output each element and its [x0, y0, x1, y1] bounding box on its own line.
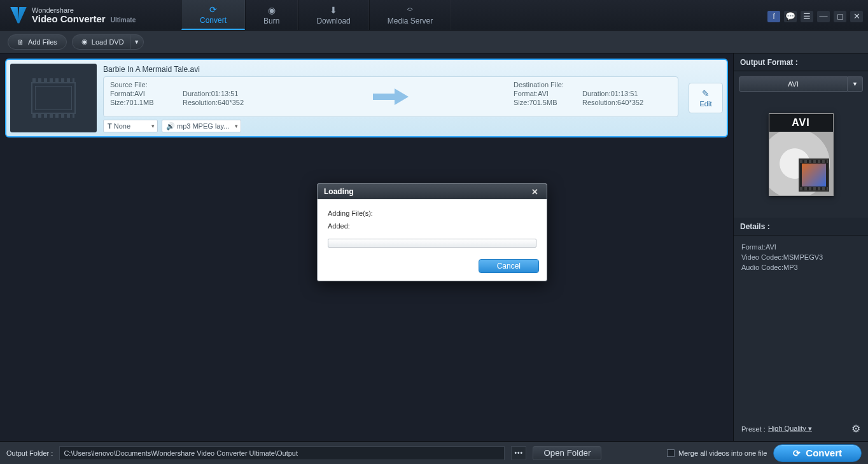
tab-convert-label: Convert	[200, 16, 227, 25]
output-format-dropdown[interactable]: ▼	[848, 76, 863, 92]
video-thumbnail[interactable]	[10, 64, 97, 132]
src-format: Format:AVI	[110, 90, 167, 97]
src-duration: Duration:01:13:51	[183, 90, 272, 97]
convert-label: Convert	[806, 447, 842, 458]
refresh-icon: ⟳	[209, 4, 217, 15]
dst-duration: Duration:01:13:51	[582, 90, 671, 97]
source-file-label: Source File:	[110, 81, 272, 88]
added-label: Added:	[328, 222, 536, 230]
disc-icon: ◉	[268, 5, 276, 15]
details-header: Details :	[734, 218, 868, 236]
edit-button[interactable]: ✎ Edit	[689, 83, 723, 113]
arrow-right-icon	[372, 86, 410, 108]
output-format-header: Output Format :	[734, 53, 868, 71]
detail-vcodec: Video Codec:MSMPEGV3	[741, 253, 860, 261]
file-card[interactable]: Barbie In A Mermaid Tale.avi Source File…	[5, 59, 728, 137]
close-button[interactable]: ✕	[850, 11, 863, 22]
speaker-icon: 🔊	[166, 122, 175, 130]
app-header: Wondershare Video Converter Ultimate ⟳Co…	[0, 0, 868, 31]
subtitle-select[interactable]: TNone	[103, 120, 158, 132]
wifi-icon: ⌔	[407, 5, 412, 15]
window-controls: f 💬 ☰ — ◻ ✕	[767, 8, 868, 22]
dst-resolution: Resolution:640*352	[582, 99, 671, 106]
logo: Wondershare Video Converter Ultimate	[0, 6, 181, 24]
facebook-icon[interactable]: f	[767, 11, 780, 22]
audio-track-select[interactable]: 🔊mp3 MPEG lay...	[162, 120, 241, 132]
output-folder-label: Output Folder :	[6, 449, 53, 457]
side-panel: Output Format : AVI ▼ AVI Details : Form…	[733, 53, 868, 441]
download-icon: ⬇	[330, 5, 337, 15]
loading-dialog: Loading ✕ Adding File(s): Added: Cancel	[317, 183, 547, 281]
adding-files-label: Adding File(s):	[328, 209, 536, 217]
tab-download[interactable]: ⬇Download	[298, 0, 368, 30]
maximize-button[interactable]: ◻	[834, 11, 846, 22]
output-path-input[interactable]	[59, 446, 505, 460]
gear-icon[interactable]: ⚙	[851, 423, 860, 435]
file-plus-icon: 🗎	[17, 38, 24, 46]
load-dvd-label: Load DVD	[92, 38, 124, 46]
details-panel: Format:AVI Video Codec:MSMPEGV3 Audio Co…	[734, 236, 868, 279]
merge-label: Merge all videos into one file	[678, 449, 767, 457]
logo-icon	[10, 7, 27, 24]
dst-size: Size:701.5MB	[514, 99, 571, 106]
footer: Output Folder : ••• Open Folder Merge al…	[0, 441, 868, 464]
subtitle-value: None	[114, 122, 130, 130]
add-files-button[interactable]: 🗎Add Files	[8, 34, 67, 50]
src-size: Size:701.1MB	[110, 99, 167, 106]
convert-icon: ⟳	[793, 448, 801, 458]
tab-burn-label: Burn	[263, 17, 279, 25]
pencil-icon: ✎	[702, 88, 710, 99]
detail-format: Format:AVI	[741, 243, 860, 251]
dialog-close-button[interactable]: ✕	[529, 186, 540, 197]
app-name: Video Converter	[32, 13, 106, 24]
film-icon	[31, 82, 76, 114]
tab-burn[interactable]: ◉Burn	[245, 0, 298, 30]
menu-icon[interactable]: ☰	[801, 11, 813, 22]
disc-icon: ◉	[81, 38, 88, 46]
load-dvd-dropdown[interactable]: ▼	[130, 34, 144, 50]
convert-button[interactable]: ⟳ Convert	[773, 444, 862, 462]
output-format-button[interactable]: AVI	[739, 76, 848, 92]
add-files-label: Add Files	[28, 38, 57, 46]
open-folder-button[interactable]: Open Folder	[533, 446, 601, 460]
tab-convert[interactable]: ⟳Convert	[181, 0, 245, 30]
detail-acodec: Audio Codec:MP3	[741, 264, 860, 271]
src-resolution: Resolution:640*352	[183, 99, 272, 106]
app-edition: Ultimate	[111, 17, 136, 24]
merge-checkbox[interactable]: Merge all videos into one file	[667, 449, 767, 457]
audio-value: mp3 MPEG lay...	[177, 122, 229, 130]
tab-media-server-label: Media Server	[388, 17, 433, 25]
format-preview: AVI	[734, 97, 868, 218]
dialog-titlebar[interactable]: Loading ✕	[318, 184, 547, 199]
checkbox-icon	[667, 449, 675, 457]
preset-label: Preset :	[741, 425, 766, 433]
file-info: Source File: Format:AVI Size:701.1MB Dur…	[103, 76, 678, 117]
progress-bar	[328, 239, 536, 248]
edit-label: Edit	[700, 100, 712, 108]
tab-download-label: Download	[316, 17, 350, 25]
avi-label: AVI	[769, 114, 833, 132]
minimize-button[interactable]: —	[817, 11, 830, 22]
load-dvd-button[interactable]: ◉Load DVD	[72, 34, 134, 50]
file-name: Barbie In A Mermaid Tale.avi	[103, 64, 678, 76]
dest-file-label: Destination File:	[514, 81, 671, 88]
chat-icon[interactable]: 💬	[784, 11, 797, 22]
browse-button[interactable]: •••	[511, 446, 526, 460]
cancel-button[interactable]: Cancel	[479, 259, 539, 273]
dialog-title: Loading	[324, 187, 354, 196]
preset-select[interactable]: High Quality ▾	[768, 425, 812, 433]
dst-format: Format:AVI	[514, 90, 571, 97]
nav-tabs: ⟳Convert ◉Burn ⬇Download ⌔Media Server	[181, 0, 451, 30]
avi-preview-icon: AVI	[769, 113, 834, 196]
tab-media-server[interactable]: ⌔Media Server	[369, 0, 451, 30]
toolbar: 🗎Add Files ◉Load DVD ▼	[0, 31, 868, 53]
